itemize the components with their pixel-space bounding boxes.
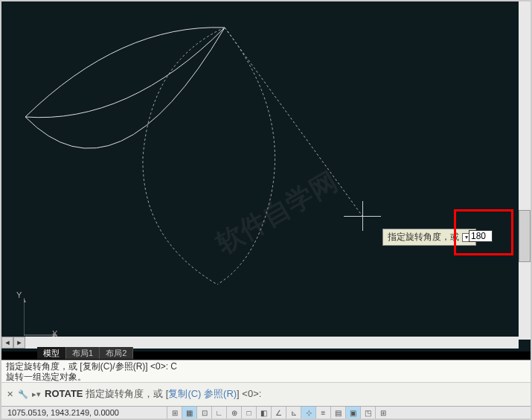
sc-icon[interactable]: ◳: [360, 407, 375, 419]
command-history: 指定旋转角度，或 [复制(C)/参照(R)] <0>: C 旋转一组选定对象。: [1, 360, 531, 383]
prompt-icon: ▸▾: [31, 389, 42, 399]
history-line: 旋转一组选定对象。: [6, 372, 526, 382]
dyn-icon[interactable]: ⊹: [301, 407, 315, 419]
command-option-copy[interactable]: 复制(C): [168, 388, 201, 399]
drawing-svg: [1, 1, 531, 351]
polar-icon[interactable]: ⊕: [226, 407, 241, 419]
model-space-icon[interactable]: ⊞: [167, 407, 182, 419]
dynamic-input-tooltip: 指定旋转角度，或 ▾: [382, 229, 476, 246]
command-window: 指定旋转角度，或 [复制(C)/参照(R)] <0>: C 旋转一组选定对象。 …: [1, 360, 531, 406]
command-name: ROTATE: [45, 388, 83, 399]
command-prompt-end: ] <0>:: [237, 388, 261, 399]
tab-model[interactable]: 模型: [37, 347, 66, 359]
scroll-left-icon[interactable]: ◄: [1, 337, 13, 349]
osnap-icon[interactable]: □: [241, 407, 256, 419]
status-toggles: ⊞ ▦ ⊡ ∟ ⊕ □ ◧ ∠ ⊾ ⊹ ≡ ▤ ▣ ◳ ⊞: [167, 407, 390, 419]
ducs-icon[interactable]: ⊾: [286, 407, 301, 419]
ortho-icon[interactable]: ∟: [211, 407, 226, 419]
tooltip-text: 指定旋转角度，或: [388, 231, 459, 244]
history-line: 指定旋转角度，或 [复制(C)/参照(R)] <0>: C: [6, 361, 526, 372]
3dosnap-icon[interactable]: ◧: [256, 407, 271, 419]
close-icon[interactable]: ✕: [4, 389, 15, 399]
coordinates-display[interactable]: 1075.0519, 1943.2149, 0.0000: [1, 408, 167, 417]
command-option-reference[interactable]: 参照(R): [204, 388, 237, 399]
ucs-axes-icon: [24, 298, 61, 339]
scroll-thumb[interactable]: [519, 210, 531, 262]
otrack-icon[interactable]: ∠: [271, 407, 286, 419]
wrench-icon[interactable]: 🔧: [18, 389, 28, 399]
grid-icon[interactable]: ▦: [182, 407, 196, 419]
command-prompt-text: 指定旋转角度，或 [: [86, 388, 168, 399]
vertical-scrollbar[interactable]: [519, 1, 531, 340]
tpy-icon[interactable]: ▤: [330, 407, 345, 419]
command-line[interactable]: ✕ 🔧 ▸▾ ROTATE 指定旋转角度，或 [复制(C) 参照(R)] <0>…: [1, 383, 531, 405]
qp-icon[interactable]: ▣: [345, 407, 360, 419]
am-icon[interactable]: ⊞: [375, 407, 390, 419]
snap-icon[interactable]: ⊡: [196, 407, 211, 419]
status-bar: 1075.0519, 1943.2149, 0.0000 ⊞ ▦ ⊡ ∟ ⊕ □…: [1, 406, 531, 419]
tab-layout2[interactable]: 布局2: [100, 347, 133, 359]
ucs-y-label: Y: [16, 290, 22, 299]
lwt-icon[interactable]: ≡: [315, 407, 330, 419]
svg-line-0: [225, 28, 362, 216]
tab-layout1[interactable]: 布局1: [66, 347, 100, 359]
drawing-canvas[interactable]: 软件自学网 Y X 指定旋转角度，或 ▾: [1, 1, 531, 351]
scroll-right-icon[interactable]: ►: [13, 337, 25, 349]
angle-input[interactable]: [469, 230, 493, 242]
layout-tabs: 模型 布局1 布局2: [37, 347, 133, 359]
